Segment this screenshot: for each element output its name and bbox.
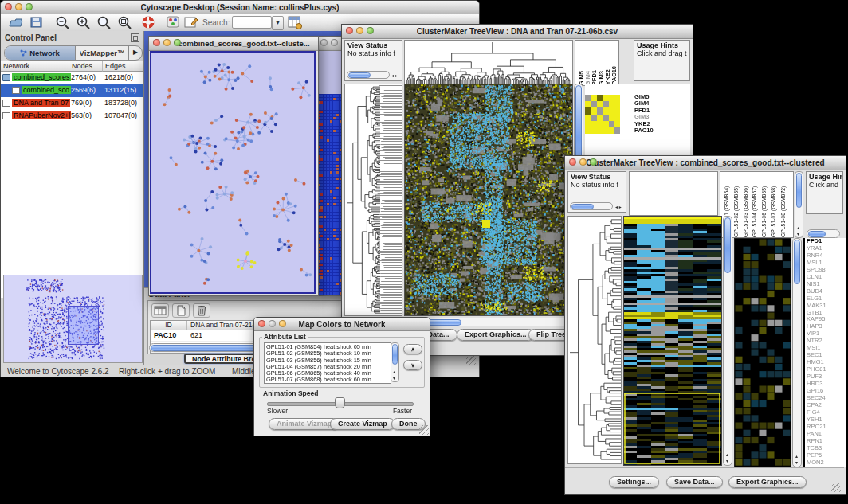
zoom-button[interactable] xyxy=(26,3,33,10)
attribute-move-up-button[interactable]: ∧ xyxy=(403,344,422,354)
zoom-out-icon[interactable] xyxy=(55,15,71,29)
mini-heatmap-cell[interactable] xyxy=(614,101,620,107)
float-panel-icon[interactable] xyxy=(131,33,139,42)
zoom-button[interactable] xyxy=(367,27,374,34)
mini-heatmap-cell[interactable] xyxy=(597,127,603,134)
netwin2-canvas-area[interactable] xyxy=(316,51,344,295)
tv2-zoom-heatmap[interactable] xyxy=(734,238,791,467)
tv2-row-dendrogram[interactable] xyxy=(567,216,622,464)
tv1-column-dendrogram-canvas[interactable] xyxy=(405,41,572,84)
tv2-col-labels-vscrollbar[interactable]: ▴▾ xyxy=(795,171,803,238)
id-col-header[interactable]: ID xyxy=(151,321,187,330)
tv2-column-dendrogram[interactable] xyxy=(629,171,718,216)
zoom-fit-icon[interactable] xyxy=(117,15,133,29)
tv2-heatmap-canvas[interactable] xyxy=(624,217,721,465)
tv1-heatmap-canvas[interactable] xyxy=(405,84,572,315)
attribute-list-vscrollbar[interactable]: ▴▾ xyxy=(391,342,399,382)
mini-heatmap-cell[interactable] xyxy=(591,95,596,101)
mini-heatmap-cell[interactable] xyxy=(591,107,596,114)
close-button[interactable] xyxy=(569,158,576,166)
tv1-vs-scroll-arrows[interactable]: ◂ ▸ xyxy=(391,72,398,79)
close-button[interactable] xyxy=(346,27,353,34)
dialog-titlebar[interactable]: Map Colors to Network xyxy=(254,318,430,331)
tv2-settings-button[interactable]: Settings... xyxy=(609,476,659,488)
tv2-heatmap-vscrollbar[interactable]: ▴▾ xyxy=(723,216,732,466)
attribute-move-down-button[interactable]: ∨ xyxy=(403,360,422,370)
attribute-browser-icon[interactable] xyxy=(288,15,302,29)
mini-heatmap-cell[interactable] xyxy=(597,107,603,114)
mini-heatmap-cell[interactable] xyxy=(585,121,591,127)
mini-heatmap-cell[interactable] xyxy=(603,127,608,134)
zoom-button[interactable] xyxy=(590,158,597,166)
minimize-button[interactable] xyxy=(356,27,363,34)
tv2-save-data-button[interactable]: Save Data... xyxy=(666,476,723,488)
mini-heatmap-cell[interactable] xyxy=(597,101,603,107)
mini-heatmap-cell[interactable] xyxy=(614,121,620,127)
gene-list-item[interactable]: MON2 xyxy=(807,459,846,467)
treeview2-titlebar[interactable]: ClusterMaker TreeView : combined_scores_… xyxy=(565,156,846,170)
minimize-button[interactable] xyxy=(579,158,587,166)
mini-heatmap-cell[interactable] xyxy=(614,127,620,134)
network-col-header[interactable]: Network xyxy=(1,61,69,72)
edges-col-header[interactable]: Edges xyxy=(103,61,143,72)
close-button[interactable] xyxy=(5,3,12,10)
close-button[interactable] xyxy=(153,39,160,46)
mini-heatmap-cell[interactable] xyxy=(603,95,608,101)
dialog-resize-grip[interactable] xyxy=(419,425,429,435)
mini-heatmap-cell[interactable] xyxy=(591,121,596,127)
animate-vizmap-button[interactable]: Animate Vizmap xyxy=(269,418,340,430)
mini-heatmap-cell[interactable] xyxy=(585,101,591,107)
zoom-button[interactable] xyxy=(174,39,181,46)
minimize-button[interactable] xyxy=(331,39,338,46)
tv2-zoom-heatmap-canvas[interactable] xyxy=(735,239,791,467)
mini-heatmap-cell[interactable] xyxy=(609,121,614,127)
main-titlebar[interactable]: Cytoscape Desktop (Session Name: collins… xyxy=(1,1,479,14)
mini-heatmap-cell[interactable] xyxy=(614,107,620,114)
netwin1-canvas-area[interactable] xyxy=(150,51,316,294)
mini-heatmap-cell[interactable] xyxy=(585,127,591,134)
birdseye-view[interactable] xyxy=(3,275,143,363)
tv2-zoom-vscroll-thumb[interactable] xyxy=(794,240,800,284)
zoom-button[interactable] xyxy=(279,320,286,327)
network-table-row[interactable]: combined_sco2569(6)13112(15) xyxy=(1,84,143,97)
mini-heatmap-cell[interactable] xyxy=(585,107,591,114)
tv1-view-status-scrollbar[interactable] xyxy=(347,71,390,79)
attribute-list-item[interactable]: GPL51-07 (GSM868) heat shock 60 min xyxy=(266,377,389,383)
network-table-row[interactable]: combined_scores2764(0)16218(0) xyxy=(1,72,143,84)
mini-heatmap-cell[interactable] xyxy=(597,95,603,101)
tab-vizmapper[interactable]: VizMapper™ xyxy=(76,46,128,60)
birdseye-canvas[interactable] xyxy=(4,275,140,361)
mini-heatmap-cell[interactable] xyxy=(597,121,603,127)
save-icon[interactable] xyxy=(29,16,44,29)
help-lifering-icon[interactable] xyxy=(141,15,155,29)
netwin1-titlebar[interactable]: combined_scores_good.txt--cluste... xyxy=(149,37,318,51)
open-folder-icon[interactable] xyxy=(8,16,24,29)
mini-heatmap-cell[interactable] xyxy=(603,115,608,121)
tv1-row-dendrogram[interactable] xyxy=(344,84,402,316)
vizmapper-icon[interactable] xyxy=(167,16,180,29)
select-attributes-button[interactable] xyxy=(151,303,169,318)
tv1-column-dendrogram[interactable] xyxy=(404,40,573,84)
tv1-mini-heatmap[interactable] xyxy=(585,95,621,135)
mini-heatmap-cell[interactable] xyxy=(603,107,608,114)
minimize-button[interactable] xyxy=(163,39,171,46)
tv2-usage-hints-scrollbar[interactable] xyxy=(807,229,840,238)
mini-heatmap-cell[interactable] xyxy=(585,95,591,101)
mini-heatmap-cell[interactable] xyxy=(609,127,614,134)
tv2-zoom-vscrollbar[interactable]: ▴▾ xyxy=(792,238,802,467)
tv1-heatmap[interactable] xyxy=(404,84,573,316)
new-attribute-button[interactable] xyxy=(172,303,190,318)
dense-network-canvas[interactable] xyxy=(316,94,344,295)
mini-heatmap-cell[interactable] xyxy=(603,101,608,107)
treeview1-titlebar[interactable]: ClusterMaker TreeView : DNA and Tran 07-… xyxy=(342,25,693,39)
tv2-export-graphics-button[interactable]: Export Graphics... xyxy=(728,476,807,488)
minimize-button[interactable] xyxy=(269,320,276,327)
main-resize-grip[interactable] xyxy=(466,355,476,365)
tab-overflow-arrow[interactable]: ▶ xyxy=(128,46,142,60)
mini-heatmap-cell[interactable] xyxy=(585,115,591,121)
mini-heatmap-cell[interactable] xyxy=(597,115,603,121)
tv2-vscroll-thumb[interactable] xyxy=(724,217,731,273)
network-table-row[interactable]: RNAPuberNov2+|563(0)107847(0) xyxy=(1,110,143,123)
tv1-row-dendrogram-canvas[interactable] xyxy=(345,84,402,315)
mini-heatmap-cell[interactable] xyxy=(609,101,614,107)
